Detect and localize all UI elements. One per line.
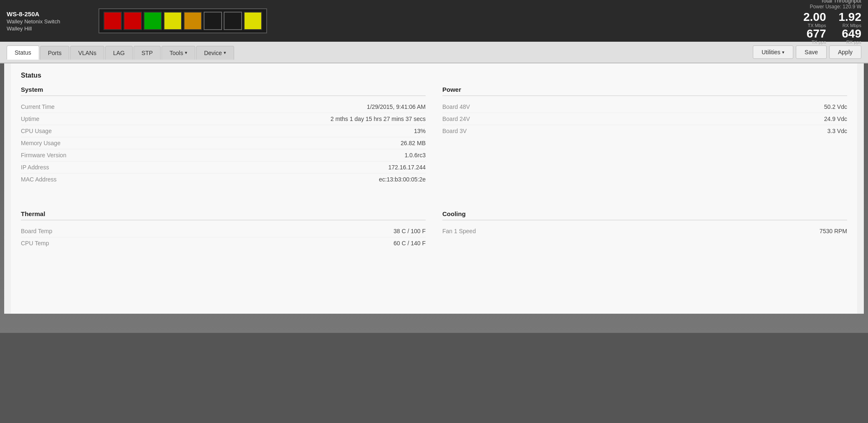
port-6[interactable] [204, 12, 222, 30]
rx-pps-value: 649 [839, 28, 862, 40]
system-section: System Current Time 1/29/2015, 9:41:06 A… [21, 86, 426, 185]
power-rows: Board 48V 50.2 Vdc Board 24V 24.9 Vdc Bo… [442, 101, 847, 137]
memory-usage-value: 26.82 MB [401, 140, 426, 146]
firmware-version-value: 1.0.6rc3 [404, 152, 426, 159]
brand-location: Walley Hill [7, 25, 90, 32]
uptime-label: Uptime [21, 116, 39, 122]
mac-address-row: MAC Address ec:13:b3:00:05:2e [21, 174, 426, 185]
board-48v-value: 50.2 Vdc [824, 103, 847, 110]
mac-address-label: MAC Address [21, 176, 57, 183]
board-3v-value: 3.3 Vdc [828, 128, 847, 134]
port-1[interactable] [103, 12, 122, 30]
cpu-temp-label: CPU Temp [21, 240, 49, 247]
board-3v-label: Board 3V [442, 128, 467, 134]
board-48v-row: Board 48V 50.2 Vdc [442, 101, 847, 113]
system-rows: Current Time 1/29/2015, 9:41:06 AM Uptim… [21, 101, 426, 185]
ip-address-label: IP Address [21, 164, 49, 171]
ip-address-value: 172.16.17.244 [388, 164, 426, 171]
uptime-row: Uptime 2 mths 1 day 15 hrs 27 mins 37 se… [21, 113, 426, 125]
firmware-version-row: Firmware Version 1.0.6rc3 [21, 149, 426, 161]
tx-pps-value: 677 [803, 28, 826, 40]
tab-ports[interactable]: Ports [40, 46, 70, 60]
throughput-panel: Total Throughput Power Usage: 120.9 W 2.… [803, 0, 861, 45]
power-section: Power Board 48V 50.2 Vdc Board 24V 24.9 … [442, 86, 847, 185]
cooling-rows: Fan 1 Speed 7530 RPM [442, 225, 847, 237]
tx-pps-unit: TX pps [803, 40, 826, 45]
board-48v-label: Board 48V [442, 103, 470, 110]
current-time-value: 1/29/2015, 9:41:06 AM [367, 103, 426, 110]
tab-status[interactable]: Status [7, 45, 39, 60]
tab-stp[interactable]: STP [134, 46, 161, 60]
memory-usage-row: Memory Usage 26.82 MB [21, 137, 426, 149]
brand-name: Walley Netonix Switch [7, 18, 90, 25]
throughput-label: Total Throughput [821, 0, 861, 4]
cpu-usage-value: 13% [414, 128, 426, 134]
port-5[interactable] [184, 12, 202, 30]
mac-address-value: ec:13:b3:00:05:2e [379, 176, 426, 183]
system-title: System [21, 86, 426, 96]
port-8[interactable] [244, 12, 262, 30]
thermal-rows: Board Temp 38 C / 100 F CPU Temp 60 C / … [21, 225, 426, 249]
port-3[interactable] [144, 12, 162, 30]
uptime-value: 2 mths 1 day 15 hrs 27 mins 37 secs [331, 116, 426, 122]
page-title: Status [21, 72, 847, 79]
rx-mbps-value: 1.92 [839, 11, 862, 23]
utilities-button[interactable]: Utilities [753, 45, 793, 59]
tx-mbps-value: 2.00 [803, 11, 826, 23]
fan1-speed-row: Fan 1 Speed 7530 RPM [442, 225, 847, 237]
board-temp-label: Board Temp [21, 228, 52, 234]
save-button[interactable]: Save [796, 45, 827, 59]
board-3v-row: Board 3V 3.3 Vdc [442, 125, 847, 137]
board-24v-label: Board 24V [442, 116, 470, 122]
port-7[interactable] [224, 12, 242, 30]
cpu-temp-row: CPU Temp 60 C / 140 F [21, 237, 426, 249]
tab-device[interactable]: Device [196, 46, 234, 60]
power-title: Power [442, 86, 847, 96]
ip-address-row: IP Address 172.16.17.244 [21, 161, 426, 174]
apply-button[interactable]: Apply [829, 45, 861, 59]
current-time-label: Current Time [21, 103, 55, 110]
brand-info: WS-8-250A Walley Netonix Switch Walley H… [7, 10, 90, 32]
firmware-version-label: Firmware Version [21, 152, 66, 159]
memory-usage-label: Memory Usage [21, 140, 61, 146]
toolbar: Status Ports VLANs LAG STP Tools Device … [0, 42, 868, 63]
tab-lag[interactable]: LAG [105, 46, 133, 60]
cpu-temp-value: 60 C / 140 F [394, 240, 426, 247]
fan1-speed-value: 7530 RPM [820, 228, 847, 234]
cooling-title: Cooling [442, 210, 847, 220]
board-24v-value: 24.9 Vdc [824, 116, 847, 122]
cpu-usage-label: CPU Usage [21, 128, 52, 134]
board-24v-row: Board 24V 24.9 Vdc [442, 113, 847, 125]
board-temp-value: 38 C / 100 F [394, 228, 426, 234]
rx-pps-unit: RX pps [839, 40, 862, 45]
brand-model: WS-8-250A [7, 10, 90, 18]
port-2[interactable] [124, 12, 142, 30]
power-usage: Power Usage: 120.9 W [810, 4, 861, 10]
port-4[interactable] [164, 12, 182, 30]
cpu-usage-row: CPU Usage 13% [21, 125, 426, 137]
main-content: Status System Current Time 1/29/2015, 9:… [11, 63, 857, 314]
port-indicators [98, 8, 267, 33]
board-temp-row: Board Temp 38 C / 100 F [21, 225, 426, 237]
header: WS-8-250A Walley Netonix Switch Walley H… [0, 0, 868, 42]
thermal-section: Thermal Board Temp 38 C / 100 F CPU Temp… [21, 210, 426, 249]
current-time-row: Current Time 1/29/2015, 9:41:06 AM [21, 101, 426, 113]
cooling-section: Cooling Fan 1 Speed 7530 RPM [442, 210, 847, 249]
thermal-title: Thermal [21, 210, 426, 220]
tab-vlans[interactable]: VLANs [70, 46, 104, 60]
fan1-speed-label: Fan 1 Speed [442, 228, 476, 234]
tab-tools[interactable]: Tools [161, 46, 195, 60]
